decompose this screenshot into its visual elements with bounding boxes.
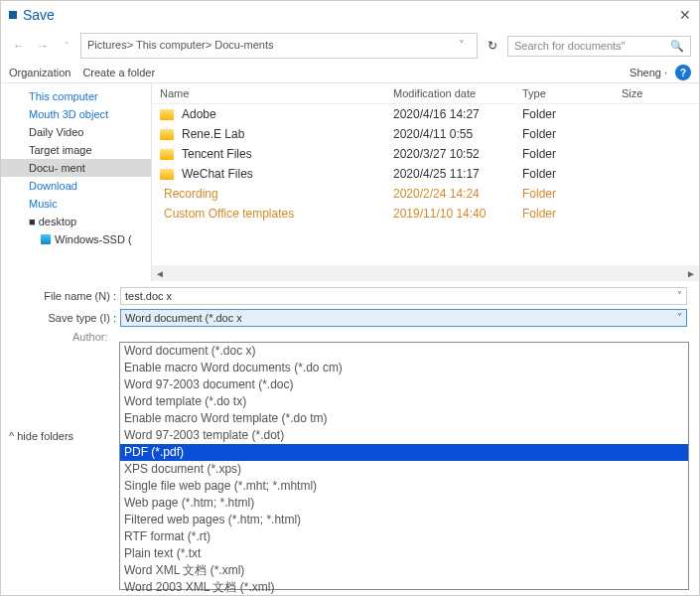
sidebar-item[interactable]: This computer — [1, 87, 151, 105]
file-row[interactable]: Custom Office templates2019/11/10 14:40F… — [152, 204, 699, 224]
chevron-down-icon[interactable]: ˅ — [677, 290, 682, 301]
search-input[interactable]: Search for documents" 🔍 — [507, 36, 691, 57]
savetype-option[interactable]: Word 97-2003 template (*.dot) — [120, 427, 688, 444]
file-mod: 2020/4/11 0:55 — [393, 127, 522, 141]
close-button[interactable]: ✕ — [679, 7, 691, 23]
sidebar-item-label: Docu- ment — [29, 162, 85, 174]
sidebar-item[interactable]: Daily Video — [1, 123, 151, 141]
savetype-option[interactable]: Single file web page (*.mht; *.mhtml) — [120, 478, 688, 495]
dialog-title: Save — [23, 7, 55, 23]
path-text: Pictures> This computer> Docu-ments — [87, 39, 273, 52]
chevron-down-icon[interactable]: ˅ — [677, 312, 682, 323]
folder-icon — [160, 169, 174, 180]
file-type: Folder — [522, 207, 622, 221]
file-type: Folder — [522, 107, 622, 121]
help-button[interactable]: ? — [675, 65, 691, 80]
file-name: Custom Office templates — [164, 207, 294, 221]
app-icon — [9, 11, 17, 19]
folder-icon — [160, 149, 174, 160]
sidebar-item[interactable]: Docu- ment — [1, 159, 151, 177]
hide-folders-button[interactable]: ^ hide folders — [9, 430, 73, 442]
savetype-dropdown[interactable]: Word document (*.doc x)Enable macro Word… — [119, 342, 689, 590]
file-mod: 2020/4/25 11:17 — [393, 167, 522, 181]
file-name: Rene.E Lab — [182, 127, 244, 141]
sidebar-item[interactable]: Target image — [1, 141, 151, 159]
sidebar-item-label: Daily Video — [29, 126, 83, 138]
col-mod[interactable]: Modification date — [393, 87, 522, 99]
file-type: Folder — [522, 187, 622, 201]
file-mod: 2020/2/24 14:24 — [393, 187, 522, 201]
savetype-option[interactable]: Plain text (*.txt — [120, 545, 688, 562]
sidebar-item[interactable]: Music — [1, 195, 151, 213]
savetype-option[interactable]: Word template (*.do tx) — [120, 393, 688, 410]
h-scrollbar[interactable]: ◄ ► — [152, 265, 699, 281]
titlebar: Save ✕ — [1, 1, 699, 29]
save-dialog: Save ✕ ← → ˅ Pictures> This computer> Do… — [0, 0, 700, 596]
file-mod: 2020/3/27 10:52 — [393, 147, 522, 161]
file-row[interactable]: Rene.E Lab2020/4/11 0:55Folder — [152, 124, 699, 144]
user-label: Sheng · — [630, 67, 667, 78]
file-row[interactable]: WeChat Files2020/4/25 11:17Folder — [152, 164, 699, 184]
forward-button[interactable]: → — [33, 36, 53, 56]
folder-icon — [160, 109, 174, 120]
sidebar-item-label: ■ desktop — [29, 216, 76, 227]
file-mod: 2019/11/10 14:40 — [393, 207, 522, 221]
savetype-option[interactable]: Enable macro Word documents (*.do cm) — [120, 360, 688, 376]
savetype-option[interactable]: Word 97-2003 document (*.doc) — [120, 376, 688, 393]
sidebar-item-label: Mouth 3D object — [29, 108, 108, 120]
file-type: Folder — [522, 127, 622, 141]
refresh-button[interactable]: ↻ — [482, 39, 503, 53]
savetype-option[interactable]: RTF format (*.rt) — [120, 528, 688, 545]
sidebar-item[interactable]: Mouth 3D object — [1, 105, 151, 123]
savetype-option[interactable]: Enable macro Word template (*.do tm) — [120, 410, 688, 427]
savetype-option[interactable]: Word document (*.doc x) — [120, 343, 688, 360]
file-row[interactable]: Tencent Files2020/3/27 10:52Folder — [152, 144, 699, 164]
drive-icon — [41, 234, 51, 244]
file-name: WeChat Files — [182, 167, 253, 181]
savetype-option[interactable]: Word 2003 XML 文档 (*.xml) — [120, 579, 688, 596]
sidebar-item-label: Download — [29, 180, 77, 192]
col-type[interactable]: Type — [522, 87, 622, 99]
file-row[interactable]: Adobe2020/4/16 14:27Folder — [152, 104, 699, 124]
form-area: File name (N) : test.doc x ˅ Save type (… — [1, 281, 699, 349]
file-name: Tencent Files — [182, 147, 252, 161]
col-size[interactable]: Size — [622, 87, 691, 99]
savetype-option[interactable]: Web page (*.htm; *.html) — [120, 495, 688, 512]
filename-label: File name (N) : — [13, 290, 120, 302]
sidebar-item-label: Target image — [29, 144, 92, 156]
history-dropdown[interactable]: ˅ — [57, 36, 76, 56]
scroll-right-icon[interactable]: ► — [683, 268, 699, 279]
sidebar: This computerMouth 3D objectDaily VideoT… — [1, 83, 152, 281]
toolbar: Organization Create a folder Sheng · ? — [1, 63, 699, 82]
sidebar-item-label: Windows-SSD ( — [55, 233, 132, 245]
path-box[interactable]: Pictures> This computer> Docu-ments ˅ — [80, 33, 478, 59]
savetype-label: Save type (I) : — [13, 312, 120, 324]
nav-bar: ← → ˅ Pictures> This computer> Docu-ment… — [1, 29, 699, 63]
folder-icon — [160, 129, 174, 140]
file-name: Recording — [164, 187, 218, 201]
filename-input[interactable]: test.doc x ˅ — [120, 287, 687, 305]
file-name: Adobe — [182, 107, 216, 121]
sidebar-item[interactable]: Windows-SSD ( — [1, 230, 151, 248]
search-placeholder: Search for documents" — [514, 40, 626, 52]
file-list: Name Modification date Type Size Adobe20… — [152, 83, 699, 281]
scroll-left-icon[interactable]: ◄ — [152, 268, 168, 279]
savetype-option[interactable]: Word XML 文档 (*.xml) — [120, 562, 688, 579]
file-list-header: Name Modification date Type Size — [152, 83, 699, 104]
search-icon[interactable]: 🔍 — [670, 40, 684, 53]
col-name[interactable]: Name — [160, 87, 393, 99]
sidebar-item-label: Music — [29, 198, 58, 210]
back-button[interactable]: ← — [9, 36, 29, 56]
savetype-option[interactable]: XPS document (*.xps) — [120, 461, 688, 478]
savetype-option[interactable]: PDF (*.pdf) — [120, 444, 688, 461]
file-type: Folder — [522, 167, 622, 181]
sidebar-item[interactable]: Download — [1, 177, 151, 195]
savetype-option[interactable]: Filtered web pages (*.htm; *.html) — [120, 512, 688, 528]
create-folder-button[interactable]: Create a folder — [82, 67, 155, 78]
file-type: Folder — [522, 147, 622, 161]
path-dropdown-icon[interactable]: ˅ — [453, 39, 471, 52]
savetype-combo[interactable]: Word document (*.doc x ˅ — [120, 309, 687, 327]
file-row[interactable]: Recording2020/2/24 14:24Folder — [152, 184, 699, 204]
sidebar-item[interactable]: ■ desktop — [1, 213, 151, 230]
organization-button[interactable]: Organization — [9, 67, 70, 78]
